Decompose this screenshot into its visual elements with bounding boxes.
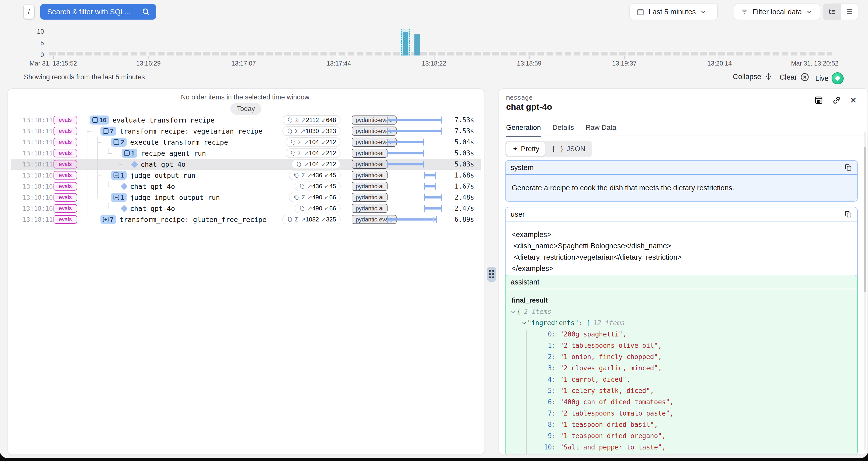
trace-row[interactable]: 13:18:11evals16evaluate transform_recipe… (11, 115, 481, 126)
tab-generation[interactable]: Generation (506, 124, 541, 136)
json-ingredients-line: "ingredients": [12 items (512, 317, 851, 329)
collapse-children-button[interactable]: 7 (100, 127, 116, 135)
span-name: judge_output run (130, 172, 195, 179)
collapse-children-button[interactable]: 1 (111, 193, 127, 202)
span-diamond-icon (121, 183, 128, 190)
collapse-chevron-icon[interactable] (522, 320, 526, 325)
token-usage-badge[interactable]: ↗104↙212 (291, 159, 341, 169)
package-tag[interactable]: pydantic-ai (352, 193, 388, 202)
service-badge[interactable]: evals (54, 127, 77, 135)
collapse-children-button[interactable]: 1 (122, 149, 137, 158)
service-badge[interactable]: evals (54, 204, 77, 213)
span-name: recipe_agent run (141, 149, 206, 157)
trace-row[interactable]: 13:18:16evals1judge_input_output runΣ↗49… (11, 192, 481, 203)
tree-view-button[interactable] (823, 4, 841, 20)
collapse-button[interactable]: Collapse (733, 72, 773, 81)
panel-resize-handle[interactable] (487, 267, 496, 282)
trace-row[interactable]: 13:18:11evals2execute transform_recipeΣ↗… (11, 136, 481, 148)
service-badge[interactable]: evals (54, 149, 77, 157)
duration-bar (424, 185, 436, 188)
expand-children-button[interactable]: 7 (100, 215, 116, 224)
service-badge[interactable]: evals (54, 160, 77, 168)
records-histogram[interactable]: 1050 Mar 31. 13:15:5213:16:2913:17:0713:… (0, 28, 868, 68)
pretty-toggle-button[interactable]: Pretty (506, 142, 545, 156)
package-tag[interactable]: pydantic-ai (352, 160, 388, 169)
final-result-label: final_result (512, 295, 851, 306)
token-usage-badge[interactable]: Σ↗490↙66 (289, 192, 341, 202)
trace-row[interactable]: 13:18:11evals7transform_recipe: gluten_f… (11, 214, 481, 225)
service-badge[interactable]: evals (54, 215, 77, 224)
trace-row[interactable]: 13:18:11evals7transform_recipe: vegetari… (11, 126, 481, 136)
service-badge[interactable]: evals (54, 138, 77, 146)
token-usage-badge[interactable]: Σ↗1082↙325 (282, 215, 341, 224)
tab-details[interactable]: Details (553, 124, 574, 136)
token-usage-badge[interactable]: Σ↗2112↙648 (283, 115, 341, 125)
tree-connector (108, 181, 108, 187)
trace-row[interactable]: 13:18:16evalschat gpt-4o↗490↙66pydantic-… (11, 203, 481, 214)
chevron-down-icon (806, 8, 812, 15)
copy-icon[interactable] (845, 164, 852, 171)
json-index: 6 (539, 397, 552, 408)
live-toggle[interactable]: Live (815, 72, 844, 84)
json-colon: : (552, 329, 560, 340)
tab-raw-data[interactable]: Raw Data (585, 124, 616, 136)
sigma-total-icon: Σ (301, 194, 305, 201)
span-name: chat gpt-4o (130, 205, 175, 212)
collapse-children-button[interactable]: 16 (90, 116, 109, 125)
input-tokens: 436 (312, 172, 322, 179)
user-message-card: user <examples> <dish_name>Spaghetti Bol… (505, 207, 858, 282)
trace-row[interactable]: 13:18:11evalschat gpt-4o↗104↙212pydantic… (11, 159, 481, 170)
json-toggle-button[interactable]: { } JSON (546, 142, 591, 156)
collapse-children-button[interactable]: 2 (111, 137, 127, 147)
token-usage-badge[interactable]: ↗490↙66 (294, 204, 341, 213)
tree-connector (108, 153, 112, 154)
child-count: 1 (131, 150, 135, 157)
clear-button[interactable]: Clear (780, 72, 809, 82)
token-usage-badge[interactable]: Σ↗104↙212 (285, 137, 341, 147)
search-button[interactable]: Search & filter with SQL... (40, 4, 156, 20)
json-open-bracket: [ (586, 317, 590, 329)
token-usage-badge[interactable]: Σ↗1030↙323 (282, 126, 341, 136)
duration-bar-start-cap (424, 172, 425, 179)
duration-bar-start-cap (387, 128, 388, 134)
collapse-chevron-icon[interactable] (512, 309, 516, 313)
trace-row[interactable]: 13:18:11evals1recipe_agent runΣ↗104↙212p… (11, 148, 481, 159)
service-badge[interactable]: evals (54, 182, 77, 191)
json-colon: : (552, 385, 560, 397)
list-view-button[interactable] (841, 4, 858, 20)
tree-connector (108, 187, 112, 187)
trace-row[interactable]: 13:18:16evalschat gpt-4o↗436↙45pydantic-… (11, 181, 481, 192)
package-tag[interactable]: pydantic-ai (352, 182, 388, 191)
input-tokens-arrow-icon: ↗ (307, 183, 312, 190)
json-string-value: "2 tablespoons olive oil", (560, 340, 662, 351)
filter-local-data-dropdown[interactable]: Filter local data (734, 3, 820, 20)
json-label: JSON (567, 145, 585, 153)
output-tokens-arrow-icon: ↙ (321, 128, 326, 134)
package-tag[interactable]: pydantic-ai (352, 149, 388, 158)
json-colon: : (552, 351, 560, 363)
package-tag[interactable]: pydantic-ai (352, 171, 388, 180)
empty-window-notice: No older items in the selected time wind… (8, 93, 484, 101)
copy-icon[interactable] (845, 210, 852, 218)
service-badge[interactable]: evals (54, 193, 77, 202)
time-range-dropdown[interactable]: Last 5 minutes (629, 3, 718, 20)
package-tag[interactable]: pydantic-ai (352, 204, 388, 213)
histogram-bar[interactable] (414, 34, 420, 56)
trace-row[interactable]: 13:18:16evals1judge_output runΣ↗436↙45py… (11, 170, 481, 181)
collapse-children-button[interactable]: 1 (111, 171, 127, 180)
row-timestamp: 13:18:16 (23, 194, 53, 201)
copy-link-icon[interactable] (832, 96, 841, 105)
time-range-label: Last 5 minutes (649, 8, 696, 16)
token-usage-badge[interactable]: Σ↗104↙212 (285, 148, 341, 158)
plus-box-icon (103, 217, 108, 222)
service-badge[interactable]: evals (54, 171, 77, 180)
service-badge[interactable]: evals (54, 116, 77, 124)
dock-panel-icon[interactable] (814, 96, 823, 104)
close-icon[interactable]: × (850, 95, 857, 105)
sigma-total-icon: Σ (298, 150, 302, 157)
minus-box-icon (92, 117, 98, 123)
token-usage-badge[interactable]: Σ↗436↙45 (289, 171, 341, 180)
output-tokens: 212 (326, 139, 336, 145)
scrollbar-thumb[interactable] (864, 147, 866, 292)
token-usage-badge[interactable]: ↗436↙45 (294, 182, 341, 191)
